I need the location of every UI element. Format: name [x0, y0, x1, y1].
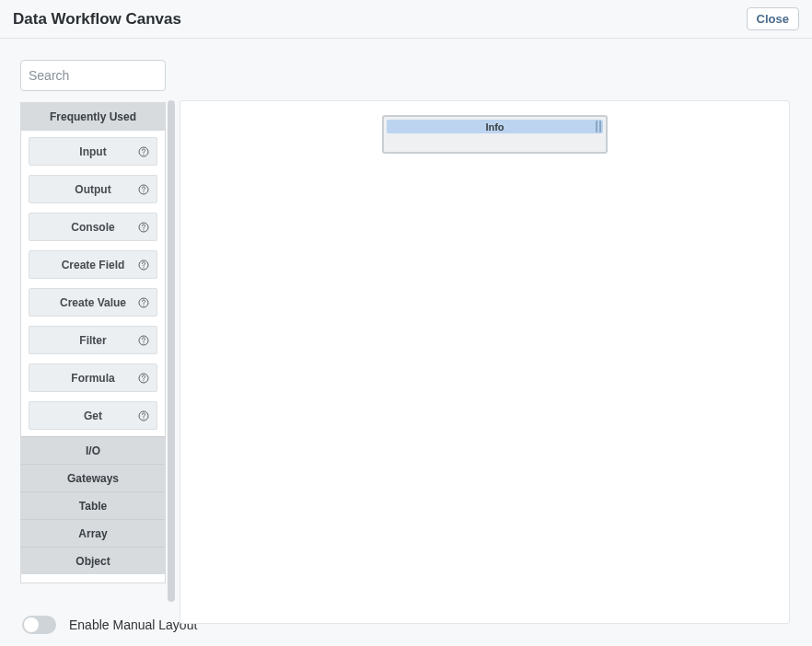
sidebar-scrollbar-thumb[interactable]	[168, 100, 175, 602]
operator-label: Output	[75, 183, 110, 196]
operator-label: Console	[71, 221, 114, 234]
node-title: Info	[485, 121, 504, 133]
help-icon[interactable]	[138, 373, 149, 384]
manual-layout-toggle[interactable]	[22, 616, 56, 634]
operator-formula[interactable]: Formula	[29, 363, 157, 392]
operator-output[interactable]: Output	[29, 175, 157, 203]
svg-point-9	[143, 305, 144, 306]
workflow-canvas[interactable]: Info	[180, 100, 790, 624]
svg-point-5	[143, 229, 144, 230]
operator-label: Create Field	[62, 259, 125, 271]
operator-label: Input	[79, 145, 106, 158]
node-title-bar[interactable]: Info	[387, 120, 603, 133]
category-frequently-used[interactable]: Frequently Used	[21, 103, 165, 131]
operator-label: Filter	[79, 334, 106, 347]
drag-handle-icon[interactable]	[596, 121, 601, 133]
manual-layout-label: Enable Manual Layout	[69, 617, 197, 632]
search-box	[20, 60, 166, 91]
category-table[interactable]: Table	[21, 491, 165, 519]
operator-create-field[interactable]: Create Field	[29, 250, 157, 279]
search-input[interactable]	[21, 61, 165, 90]
help-icon[interactable]	[138, 297, 149, 308]
page-title: Data Workflow Canvas	[13, 10, 181, 29]
category-object[interactable]: Object	[21, 547, 165, 574]
help-icon[interactable]	[138, 222, 149, 233]
category-array[interactable]: Array	[21, 519, 165, 547]
help-icon[interactable]	[138, 335, 149, 346]
canvas-node-info[interactable]: Info	[382, 115, 608, 154]
help-icon[interactable]	[138, 260, 149, 271]
help-icon[interactable]	[138, 410, 149, 421]
body: Frequently Used Input Output Console	[0, 39, 812, 604]
svg-point-7	[143, 267, 144, 268]
category-frequently-used-body: Input Output Console	[21, 131, 165, 436]
svg-point-15	[143, 418, 144, 419]
operator-filter[interactable]: Filter	[29, 326, 157, 354]
operator-palette: Frequently Used Input Output Console	[20, 60, 166, 583]
header: Data Workflow Canvas Close	[0, 0, 812, 39]
operator-label: Create Value	[60, 296, 126, 309]
svg-point-1	[143, 154, 144, 155]
sidebar-scrollbar-track[interactable]	[168, 100, 175, 602]
toggle-knob	[24, 617, 39, 632]
svg-point-13	[143, 380, 144, 381]
operator-create-value[interactable]: Create Value	[29, 288, 157, 317]
operator-get[interactable]: Get	[29, 401, 157, 430]
operator-label: Get	[84, 410, 102, 422]
svg-point-11	[143, 342, 144, 343]
operator-label: Formula	[71, 372, 114, 385]
operator-input[interactable]: Input	[29, 137, 157, 166]
category-io[interactable]: I/O	[21, 436, 165, 464]
svg-point-3	[143, 191, 144, 192]
operator-categories: Frequently Used Input Output Console	[20, 102, 166, 583]
operator-console[interactable]: Console	[29, 213, 157, 241]
category-gateways[interactable]: Gateways	[21, 464, 165, 491]
help-icon[interactable]	[138, 146, 149, 157]
close-button[interactable]: Close	[747, 7, 799, 30]
help-icon[interactable]	[138, 184, 149, 195]
